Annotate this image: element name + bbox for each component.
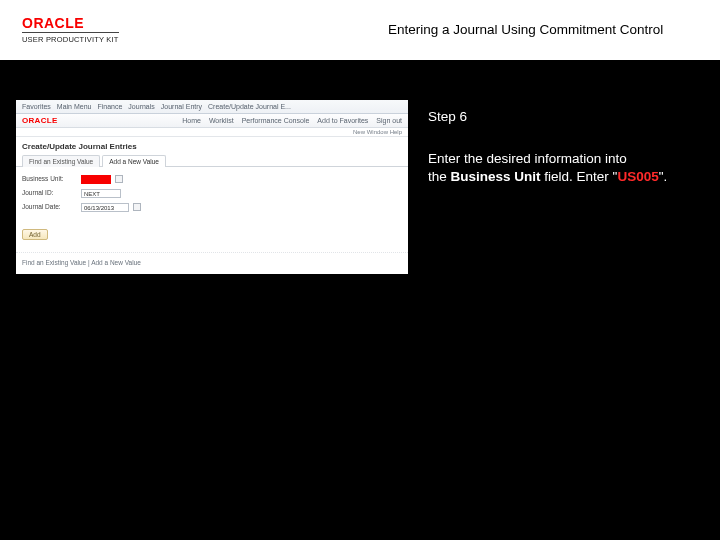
nav-link[interactable]: Sign out [376, 117, 402, 124]
crumb[interactable]: Finance [97, 103, 122, 110]
lookup-icon[interactable] [115, 175, 123, 183]
jdate-label: Journal Date: [22, 201, 77, 213]
journal-date-input[interactable]: 06/13/2013 [81, 203, 129, 212]
instruction-text: Enter the desired information into the B… [428, 150, 698, 186]
app-brand: ORACLE [22, 116, 58, 125]
page-heading: Create/Update Journal Entries [16, 137, 408, 154]
header-bar: ORACLE Home Worklist Performance Console… [16, 114, 408, 128]
footer-links[interactable]: Find an Existing Value | Add a New Value [16, 252, 408, 274]
crumb[interactable]: Journals [128, 103, 154, 110]
nav-link[interactable]: Home [182, 117, 201, 124]
tab-existing[interactable]: Find an Existing Value [22, 155, 100, 167]
calendar-icon[interactable] [133, 203, 141, 211]
nav-link[interactable]: Worklist [209, 117, 234, 124]
app-screenshot: Favorites Main Menu Finance Journals Jou… [16, 100, 408, 274]
enter-value: US005 [617, 169, 658, 184]
util-strip: New Window Help [16, 128, 408, 137]
brand-sub: USER PRODUCTIVITY KIT [22, 32, 119, 44]
field-name: Business Unit [451, 169, 541, 184]
crumb[interactable]: Journal Entry [161, 103, 202, 110]
crumb[interactable]: Main Menu [57, 103, 92, 110]
jid-label: Journal ID: [22, 187, 77, 199]
journal-id-input[interactable]: NEXT [81, 189, 121, 198]
brand-logo: ORACLE USER PRODUCTIVITY KIT [22, 16, 119, 44]
add-button[interactable]: Add [22, 229, 48, 240]
breadcrumb-bar: Favorites Main Menu Finance Journals Jou… [16, 100, 408, 114]
nav-link[interactable]: Add to Favorites [317, 117, 368, 124]
step-label: Step 6 [428, 108, 698, 126]
crumb[interactable]: Create/Update Journal E... [208, 103, 291, 110]
tab-add-new[interactable]: Add a New Value [102, 155, 166, 167]
form-area: Business Unit: Journal ID: NEXT Journal … [16, 167, 408, 221]
nav-link[interactable]: Performance Console [242, 117, 310, 124]
brand-word: ORACLE [22, 16, 119, 30]
page-title: Entering a Journal Using Commitment Cont… [388, 22, 663, 37]
header-band: ORACLE USER PRODUCTIVITY KIT Entering a … [0, 0, 720, 60]
bu-label: Business Unit: [22, 173, 77, 185]
instruction-panel: Step 6 Enter the desired information int… [428, 108, 698, 187]
business-unit-input[interactable] [81, 175, 111, 184]
crumb[interactable]: Favorites [22, 103, 51, 110]
tab-row: Find an Existing Value Add a New Value [16, 154, 408, 167]
